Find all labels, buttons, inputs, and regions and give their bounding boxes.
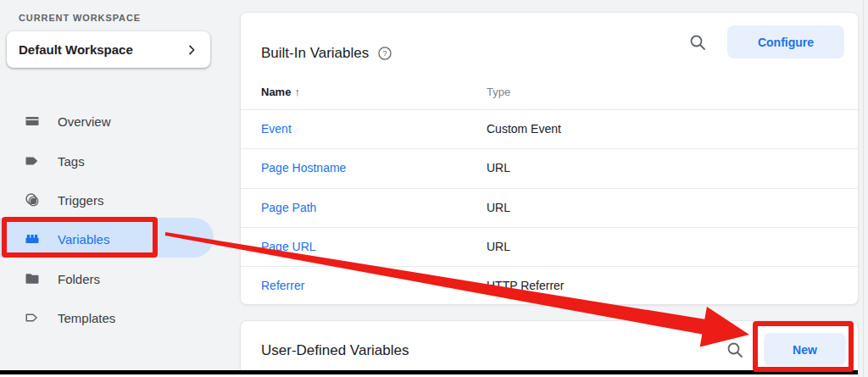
sidebar-item-label: Tags	[58, 154, 85, 169]
variable-link[interactable]: Event	[261, 122, 292, 136]
sidebar-item-label: Variables	[58, 232, 109, 247]
built-in-variables-panel: Built-In Variables ? Configure Name↑ Typ…	[240, 12, 859, 305]
table-row: Page Hostname URL	[241, 148, 858, 187]
variable-type: URL	[487, 201, 510, 214]
sidebar-item-variables[interactable]: Variables	[0, 219, 240, 258]
variable-link[interactable]: Page URL	[261, 240, 316, 253]
variable-link[interactable]: Page Hostname	[261, 161, 346, 175]
column-header-type: Type	[487, 86, 510, 98]
svg-text:?: ?	[383, 49, 387, 58]
table-header: Name↑ Type	[241, 75, 858, 109]
workspace-name: Default Workspace	[19, 42, 185, 57]
variable-type: URL	[487, 161, 510, 175]
sidebar-item-folders[interactable]: Folders	[0, 259, 240, 298]
template-tag-icon	[24, 309, 41, 326]
user-defined-variables-panel: User-Defined Variables New	[240, 320, 859, 377]
table-row: Page Path URL	[241, 188, 858, 227]
table-row: Event Custom Event	[241, 109, 858, 148]
column-header-name[interactable]: Name↑	[261, 86, 300, 98]
sidebar-item-label: Triggers	[58, 193, 103, 208]
variable-type: HTTP Referrer	[487, 279, 565, 292]
search-icon[interactable]	[687, 32, 708, 53]
configure-button[interactable]: Configure	[727, 25, 844, 58]
variables-brick-icon	[24, 230, 41, 247]
sidebar: CURRENT WORKSPACE Default Workspace Over…	[0, 0, 240, 377]
variable-type: URL	[487, 240, 510, 253]
workspace-selector[interactable]: Default Workspace	[7, 31, 210, 68]
variable-link[interactable]: Referrer	[261, 279, 304, 292]
new-variable-button[interactable]: New	[764, 333, 846, 366]
current-workspace-label: CURRENT WORKSPACE	[19, 13, 141, 23]
right-edge-rule	[863, 0, 864, 377]
search-icon[interactable]	[725, 340, 745, 360]
variable-link[interactable]: Page Path	[261, 201, 316, 214]
table-row: Referrer HTTP Referrer	[241, 266, 858, 305]
sidebar-item-overview[interactable]: Overview	[0, 102, 240, 141]
variable-type: Custom Event	[487, 122, 561, 136]
folder-icon	[24, 270, 41, 287]
triggers-icon	[24, 191, 41, 208]
sort-ascending-icon: ↑	[294, 86, 300, 98]
sidebar-item-templates[interactable]: Templates	[0, 298, 240, 337]
table-row: Page URL URL	[241, 227, 858, 266]
overview-icon	[24, 113, 41, 130]
sidebar-item-label: Folders	[58, 272, 100, 286]
sidebar-item-label: Templates	[58, 311, 115, 325]
help-icon[interactable]: ?	[377, 46, 392, 61]
user-defined-variables-title: User-Defined Variables	[261, 342, 409, 359]
sidebar-item-label: Overview	[58, 114, 111, 129]
sidebar-item-triggers[interactable]: Triggers	[0, 180, 240, 219]
tag-icon	[24, 152, 41, 169]
built-in-variables-title: Built-In Variables ?	[261, 45, 392, 62]
sidebar-item-tags[interactable]: Tags	[0, 141, 240, 180]
chevron-right-icon	[185, 43, 198, 57]
